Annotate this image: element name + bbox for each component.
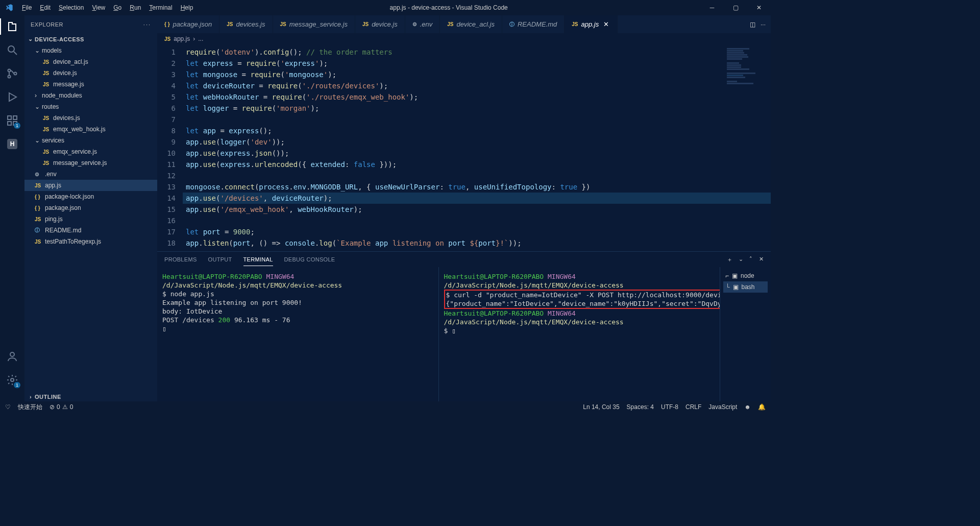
file-message-service[interactable]: JSmessage_service.js — [24, 157, 157, 169]
menu-file[interactable]: File — [18, 0, 36, 15]
menu-help[interactable]: Help — [177, 0, 198, 15]
extensions-icon[interactable]: 1 — [5, 113, 19, 128]
terminal-left[interactable]: Heartsuit@LAPTOP-R620PABO MINGW64 /d/Jav… — [157, 267, 438, 401]
status-encoding[interactable]: UTF-8 — [661, 403, 678, 411]
tab-package-json[interactable]: { }package.json — [157, 15, 219, 33]
panel-tab-debug[interactable]: DEBUG CONSOLE — [284, 253, 335, 266]
tab-message-service[interactable]: JSmessage_service.js — [273, 15, 355, 33]
window-controls: ─ ▢ ✕ — [700, 0, 771, 15]
svg-point-3 — [8, 76, 11, 78]
menu-go[interactable]: Go — [109, 0, 126, 15]
status-heart-icon[interactable]: ♡ — [5, 403, 11, 411]
menu-selection[interactable]: Selection — [55, 0, 88, 15]
tab-close-icon[interactable]: ✕ — [602, 20, 610, 28]
panel: PROBLEMS OUTPUT TERMINAL DEBUG CONSOLE ＋… — [157, 251, 771, 401]
explorer-label: EXPLORER — [31, 21, 63, 28]
file-emqx-webhook[interactable]: JSemqx_web_hook.js — [24, 124, 157, 135]
menu-view[interactable]: View — [88, 0, 109, 15]
panel-tab-problems[interactable]: PROBLEMS — [164, 253, 197, 266]
file-emqx-service[interactable]: JSemqx_service.js — [24, 146, 157, 157]
tab-device-js[interactable]: JSdevice.js — [355, 15, 405, 33]
code-content[interactable]: require('dotenv').config(); // the order… — [183, 44, 771, 251]
minimize-button[interactable]: ─ — [700, 0, 724, 15]
tab-devices-js[interactable]: JSdevices.js — [219, 15, 273, 33]
file-device-js[interactable]: JSdevice.js — [24, 67, 157, 79]
folder-node-modules[interactable]: ›node_modules — [24, 90, 157, 101]
terminal-right[interactable]: Heartsuit@LAPTOP-R620PABO MINGW64 /d/Jav… — [438, 267, 720, 401]
file-device-acl[interactable]: JSdevice_acl.js — [24, 56, 157, 67]
svg-rect-6 — [8, 122, 11, 125]
close-panel-icon[interactable]: ✕ — [759, 256, 764, 264]
status-bell-icon[interactable]: 🔔 — [758, 403, 766, 411]
status-quickstart[interactable]: 快速开始 — [18, 403, 42, 412]
file-ping-js[interactable]: JSping.js — [24, 213, 157, 225]
status-spaces[interactable]: Spaces: 4 — [627, 403, 654, 411]
code-editor[interactable]: 12345678910111213141516171819 require('d… — [157, 44, 771, 251]
status-feedback-icon[interactable]: ☻ — [744, 403, 751, 411]
maximize-button[interactable]: ▢ — [724, 0, 747, 15]
more-actions-icon[interactable]: ··· — [761, 21, 766, 28]
explorer-more-icon[interactable]: ··· — [143, 21, 151, 28]
tab-device-acl[interactable]: JSdevice_acl.js — [440, 15, 502, 33]
window-title: app.js - device-access - Visual Studio C… — [197, 4, 700, 11]
debug-icon[interactable] — [5, 90, 19, 104]
file-readme[interactable]: ⓘREADME.md — [24, 225, 157, 236]
status-problems[interactable]: ⊘ 0 ⚠ 0 — [50, 403, 73, 411]
settings-icon[interactable]: 1 — [5, 373, 19, 387]
file-devices-js[interactable]: JSdevices.js — [24, 112, 157, 124]
menu-edit[interactable]: Edit — [36, 0, 55, 15]
outline-title[interactable]: ›OUTLINE — [24, 392, 157, 401]
panel-tab-output[interactable]: OUTPUT — [208, 253, 232, 266]
sidebar-header: EXPLORER ··· — [24, 15, 157, 33]
status-lncol[interactable]: Ln 14, Col 35 — [583, 403, 619, 411]
split-editor-icon[interactable]: ◫ — [750, 21, 755, 28]
extensions-badge: 1 — [14, 123, 20, 129]
tab-bar: { }package.json JSdevices.js JSmessage_s… — [157, 15, 771, 33]
activity-bar: 1 H 1 — [0, 15, 24, 401]
file-env[interactable]: ⚙.env — [24, 169, 157, 180]
split-terminal-icon[interactable]: ⌄ — [739, 256, 743, 264]
file-testpath[interactable]: JStestPathToRegexp.js — [24, 236, 157, 247]
file-message-js[interactable]: JSmessage.js — [24, 79, 157, 90]
tab-readme[interactable]: ⓘREADME.md — [502, 15, 565, 33]
terminal-list: ⌐▣node └▣bash — [720, 267, 771, 401]
status-bar: ♡ 快速开始 ⊘ 0 ⚠ 0 Ln 14, Col 35 Spaces: 4 U… — [0, 401, 771, 413]
editor-area: { }package.json JSdevices.js JSmessage_s… — [157, 15, 771, 401]
file-package-lock[interactable]: { }package-lock.json — [24, 191, 157, 202]
menu-bar: File Edit Selection View Go Run Terminal… — [18, 0, 197, 15]
new-terminal-icon[interactable]: ＋ — [727, 256, 732, 264]
maximize-panel-icon[interactable]: ˄ — [749, 256, 752, 264]
folder-routes[interactable]: ⌄routes — [24, 101, 157, 112]
file-package-json[interactable]: { }package.json — [24, 202, 157, 213]
menu-terminal[interactable]: Terminal — [145, 0, 176, 15]
title-bar: File Edit Selection View Go Run Terminal… — [0, 0, 771, 15]
terminal-session-bash[interactable]: └▣bash — [723, 281, 768, 293]
svg-rect-5 — [8, 116, 11, 119]
menu-run[interactable]: Run — [126, 0, 145, 15]
svg-point-2 — [8, 69, 11, 72]
close-button[interactable]: ✕ — [747, 0, 771, 15]
folder-models[interactable]: ⌄models — [24, 45, 157, 56]
search-icon[interactable] — [5, 43, 19, 57]
svg-point-9 — [10, 352, 14, 356]
folder-services[interactable]: ⌄services — [24, 135, 157, 146]
minimap[interactable] — [727, 47, 768, 104]
svg-rect-8 — [13, 116, 17, 119]
account-icon[interactable] — [5, 349, 19, 364]
vscode-logo-icon — [0, 4, 18, 12]
terminal-session-node[interactable]: ⌐▣node — [723, 270, 768, 281]
line-gutter: 12345678910111213141516171819 — [157, 44, 183, 251]
status-lang[interactable]: JavaScript — [708, 403, 737, 411]
panel-tab-terminal[interactable]: TERMINAL — [243, 253, 273, 266]
status-eol[interactable]: CRLF — [685, 403, 701, 411]
svg-point-4 — [14, 73, 17, 75]
scm-icon[interactable] — [5, 66, 19, 81]
breadcrumb[interactable]: JSapp.js›... — [157, 33, 771, 44]
explorer-icon[interactable] — [5, 19, 19, 34]
svg-line-1 — [14, 52, 17, 55]
project-title[interactable]: ⌄DEVICE-ACCESS — [24, 34, 157, 44]
tab-env[interactable]: ⚙.env — [405, 15, 440, 33]
tab-app-js[interactable]: JSapp.js✕ — [565, 15, 618, 33]
file-app-js[interactable]: JSapp.js — [24, 180, 157, 191]
h-icon[interactable]: H — [5, 137, 19, 151]
